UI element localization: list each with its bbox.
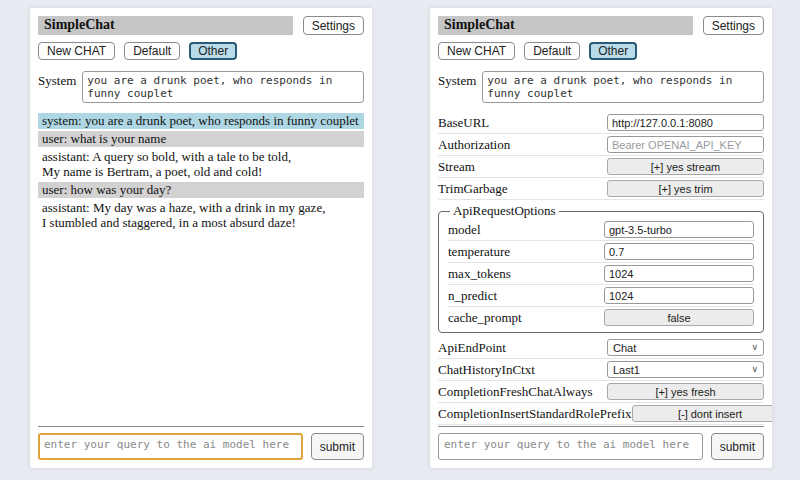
completion-fresh-toggle-button[interactable]: [+] yes fresh [607, 383, 764, 400]
setting-row-chat-history: ChatHistoryInCtxt Last1 ∨ [438, 359, 764, 381]
chevron-down-icon: ∨ [751, 365, 758, 374]
chat-message-assistant: assistant: A query so bold, with a tale … [38, 149, 364, 180]
setting-row-n-predict: n_predict [448, 285, 754, 307]
max-tokens-input[interactable] [604, 265, 754, 282]
session-default-button[interactable]: Default [524, 42, 580, 60]
model-label: model [448, 222, 481, 238]
authorization-label: Authorization [438, 137, 510, 153]
new-chat-button[interactable]: New CHAT [38, 42, 115, 60]
session-bar: New CHAT Default Other [38, 42, 364, 60]
query-row: submit [438, 426, 764, 460]
model-input[interactable] [604, 221, 754, 238]
baseurl-label: BaseURL [438, 115, 489, 131]
session-bar: New CHAT Default Other [438, 42, 764, 60]
setting-row-trimgarbage: TrimGarbage [+] yes trim [438, 178, 764, 200]
chat-message-user: user: how was your day? [38, 182, 364, 198]
new-chat-button[interactable]: New CHAT [438, 42, 515, 60]
session-default-button[interactable]: Default [124, 42, 180, 60]
trimgarbage-label: TrimGarbage [438, 181, 508, 197]
system-prompt-row: System you are a drunk poet, who respond… [38, 71, 364, 103]
app-title: SimpleChat [438, 16, 693, 35]
session-other-button[interactable]: Other [589, 42, 637, 60]
setting-row-max-tokens: max_tokens [448, 263, 754, 285]
setting-row-completion-fresh: CompletionFreshChatAlways [+] yes fresh [438, 381, 764, 403]
setting-row-baseurl: BaseURL [438, 112, 764, 134]
setting-row-api-endpoint: ApiEndPoint Chat ∨ [438, 337, 764, 359]
system-prompt-label: System [438, 71, 476, 103]
chat-history-select[interactable]: Last1 ∨ [607, 361, 764, 378]
settings-button[interactable]: Settings [703, 16, 764, 35]
session-other-button[interactable]: Other [189, 42, 237, 60]
setting-row-cache-prompt: cache_prompt false [448, 307, 754, 328]
settings-panel: SimpleChat Settings New CHAT Default Oth… [430, 8, 772, 468]
system-prompt-input[interactable]: you are a drunk poet, who responds in fu… [82, 71, 364, 103]
stream-label: Stream [438, 159, 475, 175]
chat-message-system: system: you are a drunk poet, who respon… [38, 113, 364, 129]
chevron-down-icon: ∨ [751, 343, 758, 352]
query-row: submit [38, 426, 364, 460]
api-endpoint-selected-value: Chat [613, 342, 636, 354]
completion-insert-toggle-button[interactable]: [-] dont insert [632, 405, 772, 422]
app-title: SimpleChat [38, 16, 293, 35]
setting-row-model: model [448, 219, 754, 241]
baseurl-input[interactable] [607, 114, 764, 131]
setting-row-temperature: temperature [448, 241, 754, 263]
setting-row-authorization: Authorization [438, 134, 764, 156]
query-input[interactable] [438, 433, 703, 460]
chat-message-assistant: assistant: My day was a haze, with a dri… [38, 200, 364, 231]
api-endpoint-label: ApiEndPoint [438, 340, 506, 356]
stream-toggle-button[interactable]: [+] yes stream [607, 158, 764, 175]
submit-button[interactable]: submit [711, 433, 764, 460]
temperature-label: temperature [448, 244, 510, 260]
cache-prompt-toggle-button[interactable]: false [604, 309, 754, 326]
header: SimpleChat Settings [438, 16, 764, 35]
n-predict-input[interactable] [604, 287, 754, 304]
chat-log: system: you are a drunk poet, who respon… [38, 113, 364, 233]
trimgarbage-toggle-button[interactable]: [+] yes trim [607, 180, 764, 197]
max-tokens-label: max_tokens [448, 266, 511, 282]
setting-row-stream: Stream [+] yes stream [438, 156, 764, 178]
settings-list: BaseURL Authorization Stream [+] yes str… [438, 112, 764, 425]
chat-message-user: user: what is your name [38, 131, 364, 147]
settings-button[interactable]: Settings [303, 16, 364, 35]
completion-insert-label: CompletionInsertStandardRolePrefix [438, 406, 632, 422]
header: SimpleChat Settings [38, 16, 364, 35]
api-endpoint-select[interactable]: Chat ∨ [607, 339, 764, 356]
api-request-options-legend: ApiRequestOptions [450, 203, 559, 219]
submit-button[interactable]: submit [311, 433, 364, 460]
query-input[interactable] [38, 433, 303, 460]
system-prompt-input[interactable]: you are a drunk poet, who responds in fu… [482, 71, 764, 103]
system-prompt-row: System you are a drunk poet, who respond… [438, 71, 764, 103]
temperature-input[interactable] [604, 243, 754, 260]
system-prompt-label: System [38, 71, 76, 103]
api-request-options-fieldset: ApiRequestOptions model temperature max_… [438, 203, 764, 333]
n-predict-label: n_predict [448, 288, 497, 304]
chat-history-label: ChatHistoryInCtxt [438, 362, 535, 378]
authorization-input[interactable] [607, 136, 764, 153]
chat-history-selected-value: Last1 [613, 364, 640, 376]
completion-fresh-label: CompletionFreshChatAlways [438, 384, 593, 400]
chat-panel: SimpleChat Settings New CHAT Default Oth… [30, 8, 372, 468]
cache-prompt-label: cache_prompt [448, 310, 522, 326]
setting-row-completion-insert: CompletionInsertStandardRolePrefix [-] d… [438, 403, 764, 425]
